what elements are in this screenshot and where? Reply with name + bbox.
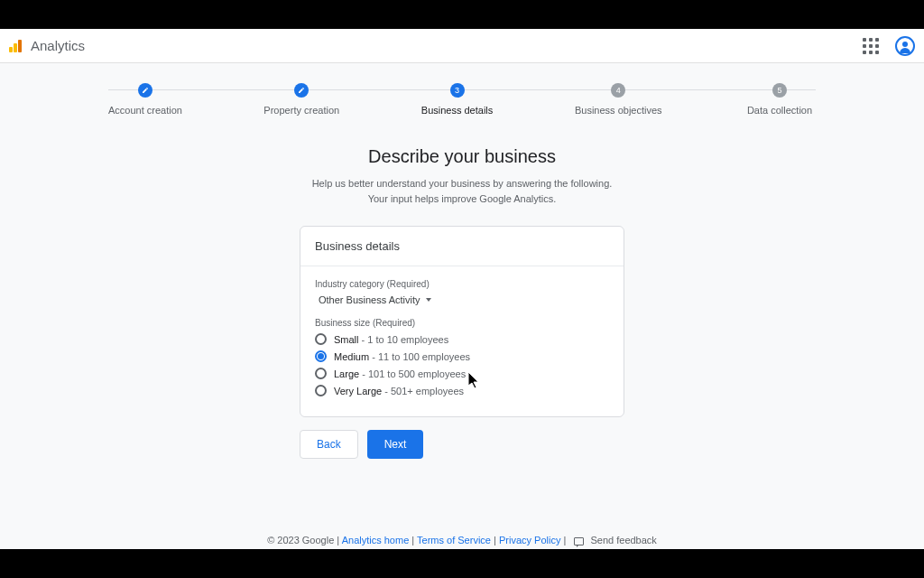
radio-name: Large — [334, 368, 359, 379]
step-number: 3 — [450, 83, 465, 98]
business-size-radio-small[interactable]: Small - 1 to 10 employees — [315, 333, 609, 345]
radio-icon — [315, 385, 327, 396]
business-details-card: Business details Industry category (Requ… — [300, 226, 624, 417]
caret-down-icon — [426, 298, 431, 302]
account-avatar-icon[interactable] — [895, 36, 915, 56]
business-size-radio-large[interactable]: Large - 101 to 500 employees — [315, 368, 609, 379]
step-label: Business details — [421, 105, 494, 116]
app-window: Analytics Account creation Property crea… — [0, 29, 924, 549]
step-property-creation[interactable]: Property creation — [263, 83, 339, 116]
step-number: 5 — [772, 83, 787, 98]
privacy-link[interactable]: Privacy Policy — [499, 535, 560, 545]
industry-category-label: Industry category (Required) — [315, 279, 609, 289]
step-business-details[interactable]: 3 Business details — [421, 83, 494, 116]
page-heading: Describe your business — [0, 146, 924, 167]
radio-desc: 101 to 500 employees — [368, 368, 466, 379]
card-title: Business details — [300, 227, 624, 266]
setup-stepper: Account creation Property creation 3 Bus… — [108, 83, 816, 116]
step-account-creation[interactable]: Account creation — [108, 83, 182, 116]
app-title: Analytics — [31, 38, 85, 53]
radio-desc: 501+ employees — [391, 386, 464, 396]
analytics-logo-icon — [9, 40, 22, 52]
business-size-radio-very-large[interactable]: Very Large - 501+ employees — [315, 385, 609, 396]
step-label: Data collection — [747, 105, 812, 116]
terms-link[interactable]: Terms of Service — [417, 535, 491, 545]
page-footer: © 2023 Google | Analytics home | Terms o… — [0, 530, 924, 549]
feedback-icon — [574, 537, 584, 545]
step-number: 4 — [611, 83, 625, 98]
next-button[interactable]: Next — [367, 430, 424, 459]
industry-category-value: Other Business Activity — [319, 294, 420, 305]
step-business-objectives[interactable]: 4 Business objectives — [575, 83, 662, 116]
business-size-radio-medium[interactable]: Medium - 11 to 100 employees — [315, 350, 609, 362]
step-data-collection[interactable]: 5 Data collection — [744, 83, 816, 116]
subheading-line-2: Your input helps improve Google Analytic… — [368, 193, 557, 204]
subheading-line-1: Help us better understand your business … — [312, 178, 613, 189]
send-feedback-link[interactable]: Send feedback — [590, 535, 656, 545]
business-size-label: Business size (Required) — [315, 318, 609, 328]
step-label: Property creation — [263, 105, 339, 116]
apps-grid-icon[interactable] — [863, 38, 879, 54]
button-row: Back Next — [300, 430, 624, 459]
radio-desc: 1 to 10 employees — [367, 334, 448, 345]
pencil-icon — [138, 83, 152, 98]
step-label: Account creation — [108, 105, 182, 116]
radio-desc: 11 to 100 employees — [378, 351, 470, 362]
industry-category-dropdown[interactable]: Other Business Activity — [319, 294, 609, 305]
radio-name: Medium — [334, 351, 369, 362]
radio-icon — [315, 350, 327, 362]
back-button[interactable]: Back — [300, 430, 358, 459]
analytics-home-link[interactable]: Analytics home — [342, 535, 410, 545]
page-subheading: Help us better understand your business … — [0, 176, 924, 206]
radio-name: Small — [334, 334, 359, 345]
radio-icon — [315, 368, 327, 379]
step-label: Business objectives — [575, 105, 662, 116]
pencil-icon — [294, 83, 309, 98]
top-bar: Analytics — [0, 29, 924, 63]
copyright-text: © 2023 Google — [267, 535, 334, 545]
radio-name: Very Large — [334, 386, 382, 396]
main-content: Account creation Property creation 3 Bus… — [0, 63, 924, 549]
radio-icon — [315, 333, 327, 345]
